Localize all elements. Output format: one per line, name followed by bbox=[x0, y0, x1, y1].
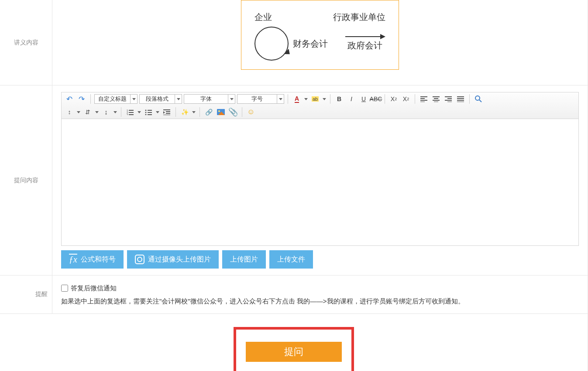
svg-point-36 bbox=[218, 110, 220, 112]
camera-upload-button[interactable]: 通过摄像头上传图片 bbox=[127, 250, 219, 269]
subscript-icon[interactable]: X2 bbox=[401, 94, 411, 104]
link-icon[interactable]: 🔗 bbox=[203, 107, 214, 117]
unordered-list-icon[interactable] bbox=[143, 107, 154, 117]
formula-icon: ƒx bbox=[69, 255, 77, 265]
image-icon[interactable] bbox=[216, 107, 226, 117]
font-family-select[interactable]: 字体 bbox=[184, 94, 235, 104]
wechat-notify-label: 答复后微信通知 bbox=[71, 282, 117, 294]
custom-title-select[interactable]: 自定义标题 bbox=[94, 94, 138, 104]
line-height-3-icon[interactable]: ↨ bbox=[101, 107, 111, 117]
diagram-text-gov-acc: 政府会计 bbox=[347, 40, 382, 51]
italic-icon[interactable]: I bbox=[346, 94, 357, 104]
question-content-row: 提问内容 ↶ ↷ 自定义标题 段落格式 字体 字号 bbox=[0, 85, 588, 276]
svg-point-26 bbox=[145, 112, 147, 113]
magic-wand-icon[interactable]: ✨ bbox=[179, 107, 190, 117]
lecture-label: 讲义内容 bbox=[0, 0, 52, 85]
ordered-list-dropdown[interactable] bbox=[137, 107, 141, 117]
submit-section: 提问 bbox=[0, 314, 588, 371]
line-height-1-icon[interactable]: ↕ bbox=[64, 107, 75, 117]
svg-point-28 bbox=[145, 114, 147, 116]
redo-icon[interactable]: ↷ bbox=[76, 94, 87, 104]
reminder-hint-text: 如果选中上面的复选框，需要关注"会计网校"微信公众号，进入公众号右下方点击 我的… bbox=[61, 295, 579, 307]
highlight-icon[interactable]: ab bbox=[310, 94, 320, 104]
align-left-icon[interactable] bbox=[419, 94, 429, 104]
diagram-circle bbox=[254, 27, 289, 61]
camera-icon bbox=[135, 255, 144, 264]
submit-button[interactable]: 提问 bbox=[246, 342, 342, 362]
wechat-notify-checkbox[interactable] bbox=[61, 285, 68, 292]
diagram-text-admin-unit: 行政事业单位 bbox=[333, 11, 385, 23]
paragraph-format-select[interactable]: 段落格式 bbox=[139, 94, 182, 104]
lecture-content-row: 讲义内容 企业 行政事业单位 财务会计 政府会计 bbox=[0, 0, 588, 85]
diagram-text-enterprise: 企业 bbox=[254, 11, 272, 23]
line-height-2-icon[interactable]: ⇵ bbox=[83, 107, 93, 117]
svg-line-17 bbox=[479, 100, 481, 102]
font-size-select[interactable]: 字号 bbox=[237, 94, 284, 104]
upload-image-button[interactable]: 上传图片 bbox=[222, 250, 266, 269]
svg-point-16 bbox=[475, 96, 480, 100]
svg-rect-38 bbox=[135, 255, 144, 264]
emoji-icon[interactable]: ☺ bbox=[246, 107, 256, 117]
undo-icon[interactable]: ↶ bbox=[64, 94, 75, 104]
editor-textarea[interactable] bbox=[62, 119, 578, 245]
svg-point-24 bbox=[145, 110, 147, 111]
line-height-2-dropdown[interactable] bbox=[95, 107, 99, 117]
svg-text:3: 3 bbox=[127, 113, 128, 115]
question-label: 提问内容 bbox=[0, 85, 52, 275]
highlight-dropdown[interactable] bbox=[322, 94, 327, 104]
formula-button[interactable]: ƒx 公式和符号 bbox=[61, 250, 124, 269]
bold-icon[interactable]: B bbox=[334, 94, 344, 104]
arrow-right-icon bbox=[345, 36, 385, 37]
reminder-label: 提醒 bbox=[0, 276, 52, 313]
question-content: ↶ ↷ 自定义标题 段落格式 字体 字号 A ab bbox=[52, 85, 588, 275]
font-color-dropdown[interactable] bbox=[304, 94, 308, 104]
lecture-content: 企业 行政事业单位 财务会计 政府会计 bbox=[52, 0, 588, 85]
submit-highlight-border: 提问 bbox=[234, 327, 354, 371]
editor-action-row: ƒx 公式和符号 通过摄像头上传图片 上传图片 上传文件 bbox=[61, 250, 579, 269]
line-height-1-dropdown[interactable] bbox=[76, 107, 81, 117]
magic-wand-dropdown[interactable] bbox=[192, 107, 196, 117]
diagram-text-financial-acc: 财务会计 bbox=[293, 38, 328, 50]
underline-icon[interactable]: U bbox=[358, 94, 369, 104]
upload-file-button[interactable]: 上传文件 bbox=[269, 250, 313, 269]
unordered-list-dropdown[interactable] bbox=[155, 107, 160, 117]
attachment-icon[interactable]: 📎 bbox=[228, 107, 238, 117]
editor-toolbar: ↶ ↷ 自定义标题 段落格式 字体 字号 A ab bbox=[62, 92, 578, 119]
reminder-row: 提醒 答复后微信通知 如果选中上面的复选框，需要关注"会计网校"微信公众号，进入… bbox=[0, 276, 588, 314]
superscript-icon[interactable]: X2 bbox=[389, 94, 399, 104]
magnify-icon[interactable] bbox=[473, 94, 484, 104]
svg-point-39 bbox=[138, 257, 142, 262]
svg-marker-31 bbox=[163, 111, 165, 114]
indent-icon[interactable] bbox=[162, 107, 172, 117]
reminder-content: 答复后微信通知 如果选中上面的复选框，需要关注"会计网校"微信公众号，进入公众号… bbox=[52, 276, 588, 313]
align-right-icon[interactable] bbox=[443, 94, 454, 104]
line-height-3-dropdown[interactable] bbox=[113, 107, 117, 117]
font-color-icon[interactable]: A bbox=[292, 94, 302, 104]
align-center-icon[interactable] bbox=[431, 94, 441, 104]
rich-text-editor: ↶ ↷ 自定义标题 段落格式 字体 字号 A ab bbox=[61, 92, 579, 246]
ordered-list-icon[interactable]: 123 bbox=[125, 107, 135, 117]
strikethrough-icon[interactable]: ABC bbox=[371, 94, 381, 104]
align-justify-icon[interactable] bbox=[455, 94, 466, 104]
lecture-diagram: 企业 行政事业单位 财务会计 政府会计 bbox=[241, 0, 399, 70]
